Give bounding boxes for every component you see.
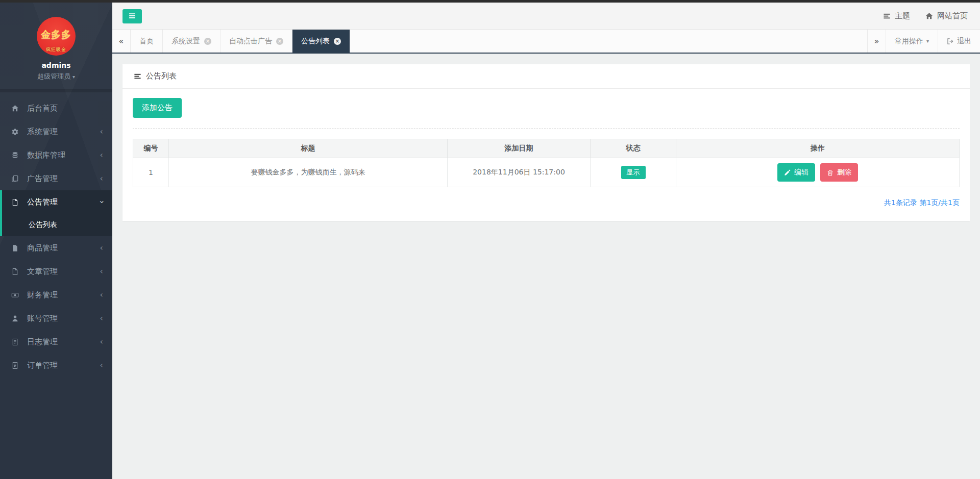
- chevron-down-icon: ‹: [97, 200, 106, 204]
- tab-close-icon[interactable]: ×: [204, 38, 211, 45]
- chevron-left-icon: ‹: [100, 361, 103, 369]
- sidebar-item-accounts[interactable]: 账号管理‹: [2, 307, 112, 330]
- cell-date: 2018年11月06日 15:17:00: [448, 158, 591, 187]
- table-row: 1要赚钱金多多，为赚钱而生，源码来2018年11月06日 15:17:00显示编…: [133, 158, 960, 187]
- sidebar-item-goods[interactable]: 商品管理‹: [2, 236, 112, 260]
- panel-header: 公告列表: [122, 64, 970, 89]
- delete-button[interactable]: 删除: [820, 163, 858, 182]
- tab-close-icon[interactable]: ×: [334, 38, 341, 45]
- column-header: 操作: [676, 139, 960, 158]
- caret-down-icon: ▾: [926, 38, 929, 44]
- sidebar-section-orders: 订单管理‹: [0, 354, 112, 377]
- edit-button[interactable]: 编辑: [777, 163, 815, 182]
- logo-banner: 疯狂吸金: [37, 46, 76, 53]
- sidebar-item-announcement[interactable]: 公告管理‹: [2, 190, 112, 214]
- file-icon: [11, 198, 20, 206]
- money-icon: [11, 291, 20, 299]
- user-icon: [11, 315, 20, 322]
- sidebar-section-database: 数据库管理‹: [0, 143, 112, 167]
- sidebar-section-ads: 广告管理‹: [0, 167, 112, 190]
- sidebar-section-announcement: 公告管理‹公告列表: [0, 190, 112, 236]
- logout-icon: [947, 38, 954, 45]
- tabs: 首页系统设置×自动点击广告×公告列表×: [131, 30, 350, 53]
- tab-label: 自动点击广告: [229, 37, 272, 46]
- chevron-left-icon: ‹: [100, 151, 103, 159]
- sidebar-item-finance[interactable]: 财务管理‹: [2, 283, 112, 307]
- sidebar-item-label: 广告管理: [27, 174, 58, 184]
- logo-avatar: 金多多 疯狂吸金: [37, 17, 76, 56]
- announcement-panel: 公告列表 添加公告 编号标题添加日期状态操作 1要赚钱金多多，为赚钱而生，源码来…: [122, 64, 970, 221]
- pagination-summary: 共1条记录 第1页/共1页: [133, 198, 960, 208]
- file-filled-icon: [11, 244, 20, 252]
- sidebar-item-label: 日志管理: [27, 337, 58, 347]
- file-icon: [11, 268, 20, 275]
- role-dropdown[interactable]: 超级管理员▾: [0, 72, 112, 81]
- cell-id: 1: [133, 158, 169, 187]
- list-icon: [134, 72, 141, 80]
- sidebar-section-dashboard: 后台首页: [0, 96, 112, 120]
- site-home-label: 网站首页: [937, 11, 968, 21]
- status-badge: 显示: [621, 166, 646, 179]
- common-actions-dropdown[interactable]: 常用操作 ▾: [886, 30, 938, 53]
- sidebar-section-finance: 财务管理‹: [0, 283, 112, 307]
- sidebar-item-database[interactable]: 数据库管理‹: [2, 143, 112, 167]
- file-text-icon: [11, 338, 20, 346]
- common-actions-label: 常用操作: [895, 37, 923, 46]
- tab-label: 首页: [139, 37, 154, 46]
- sidebar-item-dashboard[interactable]: 后台首页: [2, 96, 112, 120]
- sidebar-item-ads[interactable]: 广告管理‹: [2, 167, 112, 190]
- chevron-left-icon: ‹: [100, 338, 103, 346]
- home-icon: [925, 12, 933, 20]
- database-icon: [11, 152, 20, 159]
- sidebar-item-orders[interactable]: 订单管理‹: [2, 354, 112, 377]
- sidebar-item-logs[interactable]: 日志管理‹: [2, 330, 112, 354]
- logo-text: 金多多: [37, 28, 76, 41]
- sidebar-subitem-announcement-list[interactable]: 公告列表: [2, 214, 112, 236]
- sidebar-section-system: 系统管理‹: [0, 120, 112, 143]
- hamburger-icon: [128, 12, 136, 21]
- theme-link[interactable]: 主题: [883, 11, 910, 21]
- sidebar-section-logs: 日志管理‹: [0, 330, 112, 354]
- sidebar-toggle-button[interactable]: [122, 9, 142, 23]
- sidebar-item-label: 文章管理: [27, 267, 58, 276]
- sidebar: 金多多 疯狂吸金 admins 超级管理员▾ 后台首页系统管理‹数据库管理‹广告…: [0, 0, 112, 479]
- profile-block: 金多多 疯狂吸金 admins 超级管理员▾: [0, 0, 112, 81]
- logout-button[interactable]: 退出: [938, 30, 980, 53]
- column-header: 添加日期: [448, 139, 591, 158]
- panel-title: 公告列表: [146, 71, 177, 81]
- sidebar-item-articles[interactable]: 文章管理‹: [2, 260, 112, 283]
- sidebar-item-label: 系统管理: [27, 127, 58, 137]
- site-home-link[interactable]: 网站首页: [925, 11, 968, 21]
- chevron-left-icon: ‹: [100, 291, 103, 299]
- top-strip: [0, 0, 980, 3]
- cell-title: 要赚钱金多多，为赚钱而生，源码来: [169, 158, 448, 187]
- tabs-scroll-left-button[interactable]: «: [112, 30, 131, 53]
- sidebar-section-articles: 文章管理‹: [0, 260, 112, 283]
- tab-auto-click-ads[interactable]: 自动点击广告×: [220, 30, 292, 53]
- caret-down-icon: ▾: [72, 74, 75, 80]
- sidebar-item-label: 账号管理: [27, 314, 58, 323]
- role-label: 超级管理员: [37, 72, 70, 80]
- tab-bar: « 首页系统设置×自动点击广告×公告列表× » 常用操作 ▾ 退出: [112, 30, 980, 54]
- column-header: 标题: [169, 139, 448, 158]
- tab-home[interactable]: 首页: [131, 30, 163, 53]
- profile-divider: [0, 89, 112, 92]
- sidebar-item-label: 公告管理: [27, 197, 58, 207]
- add-announcement-button[interactable]: 添加公告: [133, 98, 182, 118]
- sidebar-section-goods: 商品管理‹: [0, 236, 112, 260]
- theme-label: 主题: [895, 11, 910, 21]
- chevron-left-icon: ‹: [100, 314, 103, 322]
- chevron-left-icon: ‹: [100, 267, 103, 275]
- sidebar-item-label: 财务管理: [27, 290, 58, 300]
- table-body: 1要赚钱金多多，为赚钱而生，源码来2018年11月06日 15:17:00显示编…: [133, 158, 960, 187]
- tab-system-settings[interactable]: 系统设置×: [163, 30, 220, 53]
- panel-body: 添加公告 编号标题添加日期状态操作 1要赚钱金多多，为赚钱而生，源码来2018年…: [122, 89, 970, 221]
- column-header: 状态: [591, 139, 676, 158]
- tab-close-icon[interactable]: ×: [276, 38, 283, 45]
- theme-icon: [883, 12, 891, 20]
- home-icon: [11, 105, 20, 112]
- tabs-scroll-right-button[interactable]: »: [867, 30, 886, 53]
- tab-announcement-list[interactable]: 公告列表×: [292, 30, 350, 53]
- trash-icon: [827, 169, 834, 176]
- sidebar-item-system[interactable]: 系统管理‹: [2, 120, 112, 143]
